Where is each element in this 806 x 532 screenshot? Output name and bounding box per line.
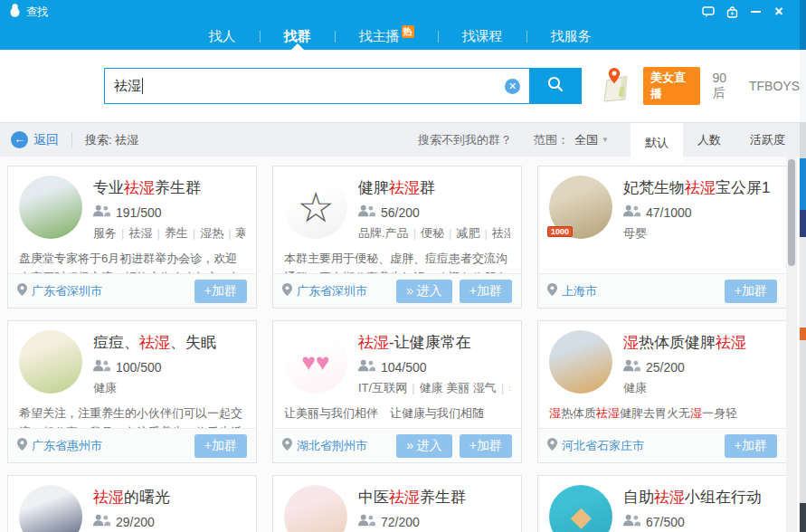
member-count-row: 67/500 bbox=[623, 514, 775, 529]
join-group-button[interactable]: +加群 bbox=[460, 434, 512, 458]
join-group-button[interactable]: +加群 bbox=[725, 280, 777, 303]
close-button[interactable]: × bbox=[767, 3, 791, 21]
filter-bar: ← 返回 搜索: 祛湿 搜索不到我的群？ 范围： 全国 ▼ 默认人数活跃度 bbox=[0, 122, 800, 157]
divider bbox=[71, 132, 72, 147]
group-tag: 祛湿 bbox=[128, 226, 152, 240]
group-city-link[interactable]: 广东省深圳市 bbox=[32, 283, 102, 299]
sort-tab-1[interactable]: 默认 bbox=[631, 123, 683, 163]
group-city-link[interactable]: 上海市 bbox=[562, 283, 597, 299]
group-tags: 品牌.产品|便秘|减肥|祛湿|健脾 bbox=[358, 225, 510, 242]
group-card[interactable]: ☆ 健脾祛湿群 56/200 品牌.产品|便秘|减肥|祛湿|健脾 本群主要用于便… bbox=[272, 166, 522, 309]
members-icon bbox=[93, 204, 110, 220]
avatar-wrap bbox=[19, 330, 82, 394]
group-card[interactable]: 湿热体质健脾祛湿 25/200 健康 湿热体质祛湿健脾去胃火无湿一身轻 河北省 bbox=[537, 320, 787, 463]
back-arrow-icon[interactable]: ← bbox=[11, 131, 28, 148]
group-card[interactable]: 痘痘、祛湿、失眠 100/500 健康 希望关注，注重养生的小伙伴们可以一起交流… bbox=[7, 320, 257, 463]
group-card[interactable]: 祛湿的曙光 29/200 +加群 bbox=[7, 475, 257, 532]
card-footer: 广东省深圳市 » 进入 +加群 bbox=[273, 273, 521, 308]
group-description: 湿热体质祛湿健脾去胃火无湿一身轻 bbox=[549, 404, 775, 428]
card-info: 妃梵生物祛湿宝公屏1 47/1000 母婴 bbox=[623, 176, 775, 242]
nav-tab-4[interactable]: 找课程 bbox=[439, 24, 526, 50]
avatar-glyph: ♥♥ bbox=[302, 350, 330, 374]
group-city-link[interactable]: 河北省石家庄市 bbox=[562, 438, 644, 454]
group-avatar bbox=[549, 330, 612, 394]
member-count: 191/500 bbox=[116, 205, 162, 220]
sliver-segment bbox=[800, 237, 806, 328]
live-badge[interactable]: 美女直播 bbox=[643, 67, 699, 105]
nav-tab-label: 找课程 bbox=[462, 28, 503, 45]
group-card[interactable]: ◆ 自助祛湿小组在行动 67/500 bbox=[537, 475, 787, 532]
pin-on-top-icon[interactable] bbox=[720, 3, 744, 21]
group-tag: 品牌.产品 bbox=[358, 226, 409, 240]
feedback-icon[interactable] bbox=[697, 3, 720, 21]
card-footer: 上海市 +加群 bbox=[538, 273, 786, 308]
join-group-button[interactable]: +加群 bbox=[725, 434, 777, 458]
group-avatar bbox=[19, 330, 82, 394]
card-body: 中医祛湿养生群 72/200 bbox=[273, 476, 521, 532]
cant-find-group-link[interactable]: 搜索不到我的群？ bbox=[418, 132, 512, 148]
members-icon bbox=[623, 204, 640, 220]
nav-tab-1[interactable]: 找人 bbox=[185, 24, 260, 50]
group-card[interactable]: 专业祛湿养生群 191/500 服务|祛湿|养生|湿热|寒湿|... 盘庚堂专家… bbox=[7, 166, 257, 309]
nav-tab-5[interactable]: 找服务 bbox=[527, 24, 615, 50]
enter-group-button[interactable]: » 进入 bbox=[396, 434, 452, 458]
group-card[interactable]: 中医祛湿养生群 72/200 + bbox=[272, 475, 522, 532]
group-avatar: ◆ bbox=[549, 485, 612, 532]
find-window: 查找 × 找人找群找主播热找课程找服务 祛湿 ✕ bbox=[0, 0, 800, 532]
card-info: 专业祛湿养生群 191/500 服务|祛湿|养生|湿热|寒湿|... bbox=[93, 176, 245, 242]
group-card[interactable]: 1000 妃梵生物祛湿宝公屏1 47/1000 母婴 bbox=[537, 166, 787, 309]
clear-search-icon[interactable]: ✕ bbox=[505, 79, 520, 94]
members-icon bbox=[358, 359, 375, 375]
sort-tab-3[interactable]: 活跃度 bbox=[735, 123, 800, 157]
results-area: 专业祛湿养生群 191/500 服务|祛湿|养生|湿热|寒湿|... 盘庚堂专家… bbox=[0, 157, 800, 532]
sort-tab-2[interactable]: 人数 bbox=[683, 123, 735, 157]
group-card[interactable]: ♥♥ 祛湿-让健康常在 104/500 IT/互联网|健康 美丽 湿气|养颜 让… bbox=[272, 320, 522, 463]
search-section: 祛湿 ✕ 美女直播 90后 TFBO bbox=[0, 50, 800, 122]
capacity-badge: 1000 bbox=[547, 226, 573, 237]
group-tags: 母婴 bbox=[623, 225, 775, 242]
scrollbar-thumb[interactable] bbox=[788, 159, 795, 266]
hot-link-tfboys[interactable]: TFBOYS bbox=[749, 79, 800, 93]
location-pin-icon bbox=[17, 283, 27, 299]
hot-link-90s[interactable]: 90后 bbox=[713, 71, 736, 101]
group-tag: 便秘 bbox=[421, 226, 444, 240]
member-count: 25/200 bbox=[646, 360, 685, 375]
group-title: 自助祛湿小组在行动 bbox=[623, 487, 775, 508]
member-count-row: 29/200 bbox=[93, 514, 245, 529]
group-title: 专业祛湿养生群 bbox=[93, 177, 245, 198]
search-button[interactable] bbox=[529, 68, 582, 104]
back-button[interactable]: 返回 bbox=[33, 132, 59, 148]
nav-tab-3[interactable]: 找主播热 bbox=[336, 24, 438, 50]
scrollbar[interactable] bbox=[786, 157, 797, 532]
join-group-button[interactable]: +加群 bbox=[460, 280, 512, 303]
member-count: 67/500 bbox=[646, 515, 685, 529]
nearby-map-icon[interactable] bbox=[602, 66, 631, 106]
nav-tab-2[interactable]: 找群 bbox=[261, 24, 335, 50]
group-city-link[interactable]: 广东省惠州市 bbox=[32, 438, 102, 454]
enter-group-button[interactable]: » 进入 bbox=[396, 280, 452, 303]
group-title: 湿热体质健脾祛湿 bbox=[623, 332, 775, 353]
location-pin-icon bbox=[547, 283, 557, 299]
group-city-link[interactable]: 湖北省荆州市 bbox=[297, 438, 367, 454]
group-avatar: ☆ bbox=[284, 176, 347, 239]
member-count: 29/200 bbox=[116, 515, 155, 529]
search-input[interactable]: 祛湿 ✕ bbox=[104, 68, 529, 104]
member-count-row: 47/1000 bbox=[623, 204, 775, 220]
card-info: 健脾祛湿群 56/200 品牌.产品|便秘|减肥|祛湿|健脾 bbox=[358, 176, 510, 242]
group-tag: 健康 美丽 湿气 bbox=[420, 381, 497, 394]
titlebar: 查找 × bbox=[0, 0, 800, 24]
card-body: ◆ 自助祛湿小组在行动 67/500 bbox=[538, 476, 786, 532]
chevron-down-icon[interactable]: ▼ bbox=[602, 136, 609, 144]
group-city-link[interactable]: 广东省深圳市 bbox=[297, 283, 367, 299]
group-avatar bbox=[19, 176, 82, 239]
card-footer: 湖北省荆州市 » 进入 +加群 bbox=[273, 428, 521, 462]
card-footer: 广东省惠州市 +加群 bbox=[8, 428, 256, 462]
group-title: 健脾祛湿群 bbox=[358, 177, 510, 198]
group-tag: 祛湿 bbox=[492, 226, 510, 240]
join-group-button[interactable]: +加群 bbox=[194, 280, 247, 303]
join-group-button[interactable]: +加群 bbox=[194, 434, 247, 458]
scope-dropdown[interactable]: 全国 bbox=[574, 132, 598, 148]
header: 查找 × 找人找群找主播热找课程找服务 bbox=[0, 0, 800, 50]
avatar-wrap bbox=[284, 485, 347, 532]
minimize-button[interactable] bbox=[744, 3, 767, 21]
